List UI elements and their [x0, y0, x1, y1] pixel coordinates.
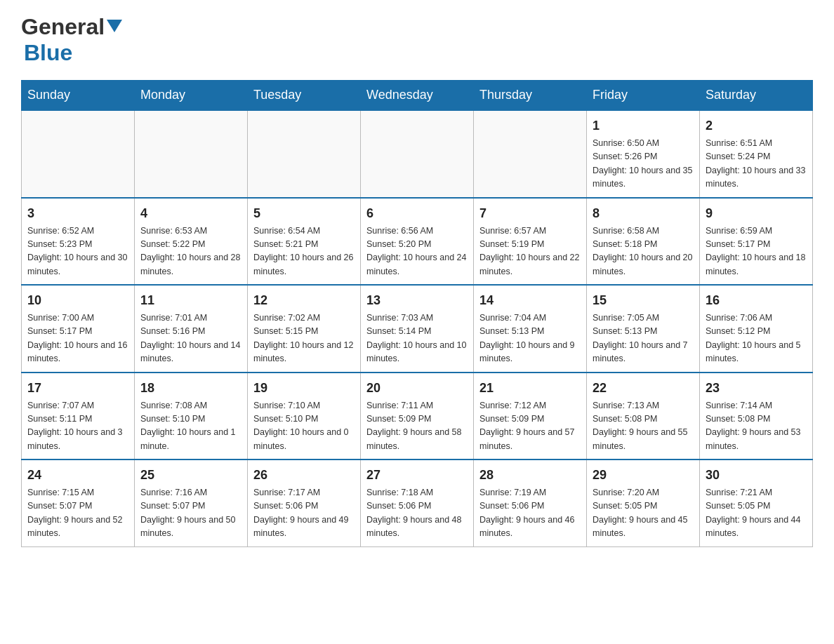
day-number: 5 [253, 204, 355, 223]
day-info: Sunrise: 6:53 AMSunset: 5:22 PMDaylight:… [140, 224, 241, 279]
day-info: Sunrise: 7:01 AMSunset: 5:16 PMDaylight:… [140, 311, 241, 366]
week-row-2: 3Sunrise: 6:52 AMSunset: 5:23 PMDaylight… [22, 198, 813, 286]
day-number: 18 [140, 379, 241, 398]
day-number: 15 [593, 291, 694, 310]
day-number: 17 [27, 379, 128, 398]
day-info: Sunrise: 7:02 AMSunset: 5:15 PMDaylight:… [253, 311, 355, 366]
day-info: Sunrise: 6:52 AMSunset: 5:23 PMDaylight:… [27, 224, 128, 279]
week-row-1: 1Sunrise: 6:50 AMSunset: 5:26 PMDaylight… [22, 110, 813, 198]
day-number: 26 [253, 466, 355, 485]
day-cell [248, 110, 361, 198]
day-cell: 6Sunrise: 6:56 AMSunset: 5:20 PMDaylight… [361, 198, 474, 286]
day-cell: 19Sunrise: 7:10 AMSunset: 5:10 PMDayligh… [248, 373, 361, 460]
weekday-header-tuesday: Tuesday [248, 81, 361, 111]
day-cell: 27Sunrise: 7:18 AMSunset: 5:06 PMDayligh… [361, 459, 474, 546]
day-cell: 21Sunrise: 7:12 AMSunset: 5:09 PMDayligh… [474, 373, 587, 460]
day-number: 28 [479, 466, 581, 485]
weekday-header-sunday: Sunday [22, 81, 135, 111]
day-info: Sunrise: 7:11 AMSunset: 5:09 PMDaylight:… [366, 399, 468, 454]
day-number: 7 [479, 204, 581, 223]
day-number: 13 [366, 291, 468, 310]
day-cell: 10Sunrise: 7:00 AMSunset: 5:17 PMDayligh… [22, 285, 135, 373]
day-number: 30 [706, 466, 807, 485]
day-info: Sunrise: 7:08 AMSunset: 5:10 PMDaylight:… [140, 399, 241, 454]
day-cell: 4Sunrise: 6:53 AMSunset: 5:22 PMDaylight… [135, 198, 248, 286]
day-info: Sunrise: 6:54 AMSunset: 5:21 PMDaylight:… [253, 224, 355, 279]
logo-arrow-icon [107, 20, 122, 35]
svg-marker-0 [107, 20, 122, 32]
day-number: 11 [140, 291, 241, 310]
day-cell: 30Sunrise: 7:21 AMSunset: 5:05 PMDayligh… [700, 459, 813, 546]
day-info: Sunrise: 7:12 AMSunset: 5:09 PMDaylight:… [479, 399, 581, 454]
calendar-table: SundayMondayTuesdayWednesdayThursdayFrid… [21, 80, 813, 547]
day-number: 16 [706, 291, 807, 310]
day-number: 14 [479, 291, 581, 310]
day-cell: 16Sunrise: 7:06 AMSunset: 5:12 PMDayligh… [700, 285, 813, 373]
day-info: Sunrise: 7:10 AMSunset: 5:10 PMDaylight:… [253, 399, 355, 454]
day-cell: 18Sunrise: 7:08 AMSunset: 5:10 PMDayligh… [135, 373, 248, 460]
day-cell: 24Sunrise: 7:15 AMSunset: 5:07 PMDayligh… [22, 459, 135, 546]
week-row-4: 17Sunrise: 7:07 AMSunset: 5:11 PMDayligh… [22, 373, 813, 460]
day-cell: 12Sunrise: 7:02 AMSunset: 5:15 PMDayligh… [248, 285, 361, 373]
day-number: 1 [593, 116, 694, 135]
day-info: Sunrise: 7:17 AMSunset: 5:06 PMDaylight:… [253, 486, 355, 541]
day-info: Sunrise: 7:15 AMSunset: 5:07 PMDaylight:… [27, 486, 128, 541]
day-cell: 8Sunrise: 6:58 AMSunset: 5:18 PMDaylight… [587, 198, 700, 286]
day-info: Sunrise: 7:18 AMSunset: 5:06 PMDaylight:… [366, 486, 468, 541]
day-number: 22 [593, 379, 694, 398]
day-cell: 26Sunrise: 7:17 AMSunset: 5:06 PMDayligh… [248, 459, 361, 546]
day-info: Sunrise: 7:19 AMSunset: 5:06 PMDaylight:… [479, 486, 581, 541]
day-number: 6 [366, 204, 468, 223]
day-info: Sunrise: 6:58 AMSunset: 5:18 PMDaylight:… [593, 224, 694, 279]
logo-general: General [21, 14, 105, 40]
day-cell: 29Sunrise: 7:20 AMSunset: 5:05 PMDayligh… [587, 459, 700, 546]
day-cell: 28Sunrise: 7:19 AMSunset: 5:06 PMDayligh… [474, 459, 587, 546]
day-info: Sunrise: 6:50 AMSunset: 5:26 PMDaylight:… [593, 137, 694, 192]
day-number: 25 [140, 466, 241, 485]
day-cell: 3Sunrise: 6:52 AMSunset: 5:23 PMDaylight… [22, 198, 135, 286]
day-number: 12 [253, 291, 355, 310]
day-cell: 9Sunrise: 6:59 AMSunset: 5:17 PMDaylight… [700, 198, 813, 286]
day-cell [135, 110, 248, 198]
day-info: Sunrise: 7:14 AMSunset: 5:08 PMDaylight:… [706, 399, 807, 454]
day-number: 21 [479, 379, 581, 398]
day-info: Sunrise: 7:00 AMSunset: 5:17 PMDaylight:… [27, 311, 128, 366]
day-info: Sunrise: 7:16 AMSunset: 5:07 PMDaylight:… [140, 486, 241, 541]
day-cell: 22Sunrise: 7:13 AMSunset: 5:08 PMDayligh… [587, 373, 700, 460]
day-info: Sunrise: 7:06 AMSunset: 5:12 PMDaylight:… [706, 311, 807, 366]
day-cell [474, 110, 587, 198]
day-cell: 7Sunrise: 6:57 AMSunset: 5:19 PMDaylight… [474, 198, 587, 286]
day-number: 23 [706, 379, 807, 398]
day-cell: 17Sunrise: 7:07 AMSunset: 5:11 PMDayligh… [22, 373, 135, 460]
day-cell: 11Sunrise: 7:01 AMSunset: 5:16 PMDayligh… [135, 285, 248, 373]
day-cell: 14Sunrise: 7:04 AMSunset: 5:13 PMDayligh… [474, 285, 587, 373]
day-number: 24 [27, 466, 128, 485]
day-number: 2 [706, 116, 807, 135]
day-number: 8 [593, 204, 694, 223]
day-info: Sunrise: 6:56 AMSunset: 5:20 PMDaylight:… [366, 224, 468, 279]
day-cell: 25Sunrise: 7:16 AMSunset: 5:07 PMDayligh… [135, 459, 248, 546]
day-info: Sunrise: 6:59 AMSunset: 5:17 PMDaylight:… [706, 224, 807, 279]
day-cell: 2Sunrise: 6:51 AMSunset: 5:24 PMDaylight… [700, 110, 813, 198]
day-number: 9 [706, 204, 807, 223]
day-info: Sunrise: 7:13 AMSunset: 5:08 PMDaylight:… [593, 399, 694, 454]
day-cell: 13Sunrise: 7:03 AMSunset: 5:14 PMDayligh… [361, 285, 474, 373]
day-info: Sunrise: 7:07 AMSunset: 5:11 PMDaylight:… [27, 399, 128, 454]
day-info: Sunrise: 7:05 AMSunset: 5:13 PMDaylight:… [593, 311, 694, 366]
day-cell: 23Sunrise: 7:14 AMSunset: 5:08 PMDayligh… [700, 373, 813, 460]
day-number: 20 [366, 379, 468, 398]
day-info: Sunrise: 6:57 AMSunset: 5:19 PMDaylight:… [479, 224, 581, 279]
day-info: Sunrise: 7:20 AMSunset: 5:05 PMDaylight:… [593, 486, 694, 541]
day-info: Sunrise: 7:21 AMSunset: 5:05 PMDaylight:… [706, 486, 807, 541]
day-number: 10 [27, 291, 128, 310]
logo-blue: Blue [24, 40, 72, 65]
logo: General Blue [21, 14, 122, 66]
day-cell: 15Sunrise: 7:05 AMSunset: 5:13 PMDayligh… [587, 285, 700, 373]
day-info: Sunrise: 7:04 AMSunset: 5:13 PMDaylight:… [479, 311, 581, 366]
day-info: Sunrise: 6:51 AMSunset: 5:24 PMDaylight:… [706, 137, 807, 192]
day-number: 29 [593, 466, 694, 485]
week-row-3: 10Sunrise: 7:00 AMSunset: 5:17 PMDayligh… [22, 285, 813, 373]
weekday-header-wednesday: Wednesday [361, 81, 474, 111]
day-cell: 5Sunrise: 6:54 AMSunset: 5:21 PMDaylight… [248, 198, 361, 286]
day-number: 19 [253, 379, 355, 398]
